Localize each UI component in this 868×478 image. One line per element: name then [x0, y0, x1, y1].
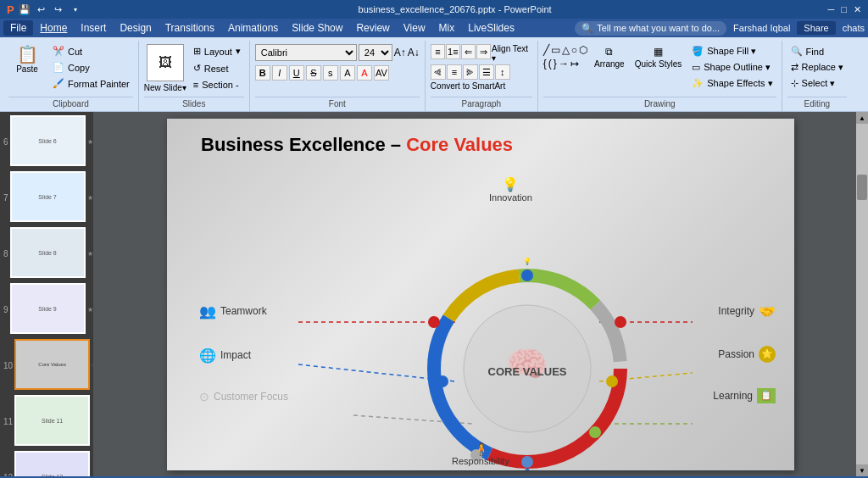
menu-animations[interactable]: Animations [221, 20, 285, 36]
justify-button[interactable]: ☰ [479, 64, 494, 80]
menu-view[interactable]: View [397, 20, 432, 36]
shape-format-col: 🪣 Shape Fill ▾ ▭ Shape Outline ▾ ✨ Shape… [688, 44, 776, 91]
cut-button[interactable]: ✂️ Cut [49, 44, 133, 58]
customize-qa-button[interactable]: ▾ [69, 3, 82, 16]
slide-thumb-11-wrapper: 11 Slide 11 [3, 395, 90, 447]
select-button[interactable]: ⊹ Select ▾ [787, 76, 847, 91]
slide-thumb-10[interactable]: Core Values [14, 339, 90, 390]
slide-thumb-9-wrapper: 9 Slide 9 ★ [3, 283, 90, 336]
menu-home[interactable]: Home [33, 20, 74, 36]
title-bar: P 💾 ↩ ↪ ▾ business_excellence_20676.pptx… [0, 0, 868, 19]
scroll-up-button[interactable]: ▲ [856, 112, 868, 124]
numbered-list-button[interactable]: 1≡ [446, 44, 460, 59]
align-right-button[interactable]: ⫸ [463, 64, 478, 80]
menu-liveslides[interactable]: LiveSlides [461, 20, 521, 36]
bold-button[interactable]: B [255, 65, 270, 81]
title-bar-left: P 💾 ↩ ↪ ▾ [7, 3, 82, 16]
ribbon-drawing-group: ╱▭△○⬡ {(}→↦ ⧉ Arrange ▦ Quick Styles 🪣 S… [538, 41, 782, 111]
label-responsibility: 🧍 Responsibility [452, 442, 509, 466]
menu-insert[interactable]: Insert [74, 20, 113, 36]
font-name-select[interactable]: Calibri [255, 44, 357, 61]
ribbon-slides-group: 🖼 New Slide ▾ ⊞ Layout▾ ↺ Reset ≡ Sectio… [139, 41, 250, 111]
strikethrough-button[interactable]: S [306, 65, 321, 81]
learning-icon: 📋 [757, 388, 776, 403]
align-left-button[interactable]: ⫷ [431, 64, 446, 80]
layout-button[interactable]: ⊞ Layout▾ [190, 44, 244, 58]
new-slide-button[interactable]: New Slide ▾ [144, 83, 186, 92]
increase-indent-button[interactable]: ⇒ [476, 44, 491, 59]
minimize-button[interactable]: ─ [828, 4, 835, 15]
font-content: Calibri 24 A↑ A↓ B I U S s A A AV [255, 41, 420, 97]
close-button[interactable]: ✕ [854, 4, 861, 15]
font-color-button[interactable]: A [357, 65, 372, 81]
find-button[interactable]: 🔍 Find [787, 44, 847, 58]
menu-bar: File Home Insert Design Transitions Anim… [3, 20, 521, 36]
maximize-button[interactable]: □ [841, 4, 847, 15]
save-button[interactable]: 💾 [18, 3, 31, 16]
char-spacing-button[interactable]: AV [374, 65, 389, 81]
fill-icon: 🪣 [692, 46, 704, 57]
window-controls: ─ □ ✕ [828, 4, 861, 15]
font-format-row: B I U S s A A AV [255, 65, 420, 81]
ribbon-clipboard-group: 📋 Paste ✂️ Cut 📄 Copy 🖌️ Format Painter … [3, 41, 139, 111]
decrease-font-button[interactable]: A↓ [408, 47, 420, 58]
label-integrity: Integrity 🤝 [718, 303, 776, 320]
increase-font-button[interactable]: A↑ [394, 47, 406, 58]
layout-icon: ⊞ [193, 46, 201, 57]
shape-outline-button[interactable]: ▭ Shape Outline ▾ [688, 60, 776, 75]
underline-button[interactable]: U [289, 65, 304, 81]
slide-thumb-7[interactable]: Slide 7 [10, 171, 86, 222]
slide-thumb-9[interactable]: Slide 9 [10, 283, 86, 334]
drawing-content: ╱▭△○⬡ {(}→↦ ⧉ Arrange ▦ Quick Styles 🪣 S… [543, 41, 776, 97]
italic-button[interactable]: I [272, 65, 287, 81]
shape-fill-button[interactable]: 🪣 Shape Fill ▾ [688, 44, 776, 58]
passion-icon: ⭐ [759, 346, 776, 363]
share-button[interactable]: Share [797, 21, 835, 35]
slide-title-accent: Core Values [406, 134, 513, 155]
slide-canvas[interactable]: Business Excellence – Core Values [167, 119, 794, 470]
arrange-button[interactable]: ⧉ Arrange [591, 44, 628, 70]
menu-design[interactable]: Design [113, 20, 158, 36]
font-size-select[interactable]: 24 [359, 44, 392, 61]
slide-num-10: 10 [3, 361, 13, 370]
align-text-button[interactable]: Align Text ▾ [492, 44, 532, 63]
dot-passion [606, 375, 618, 387]
slide-thumb-12[interactable]: Slide 12 [14, 451, 90, 476]
section-button[interactable]: ≡ Section - [190, 78, 244, 92]
bullet-list-button[interactable]: ≡ [431, 44, 445, 59]
convert-smartart-button[interactable]: Convert to SmartArt [431, 81, 532, 91]
menu-file[interactable]: File [3, 20, 33, 36]
shape-effects-button[interactable]: ✨ Shape Effects ▾ [688, 76, 776, 91]
label-teamwork: 👥 Teamwork [199, 303, 267, 320]
menu-mix[interactable]: Mix [432, 20, 462, 36]
reset-button[interactable]: ↺ Reset [190, 61, 244, 75]
shadow-button[interactable]: s [323, 65, 338, 81]
menu-slideshow[interactable]: Slide Show [285, 20, 349, 36]
ribbon: 📋 Paste ✂️ Cut 📄 Copy 🖌️ Format Painter … [0, 37, 868, 112]
scroll-down-button[interactable]: ▼ [856, 464, 868, 476]
undo-button[interactable]: ↩ [35, 3, 48, 16]
replace-button[interactable]: ⇄ Replace ▾ [787, 60, 847, 75]
tell-me-label: Tell me what you want to do... [597, 23, 720, 33]
redo-button[interactable]: ↪ [52, 3, 65, 16]
format-painter-button[interactable]: 🖌️ Format Painter [49, 76, 133, 91]
app-icon: P [7, 3, 14, 16]
clear-format-button[interactable]: A [340, 65, 355, 81]
quick-styles-button[interactable]: ▦ Quick Styles [632, 44, 686, 70]
slide-thumb-11[interactable]: Slide 11 [14, 395, 90, 446]
line-spacing-button[interactable]: ↕ [495, 64, 510, 80]
slide-thumb-8[interactable]: Slide 8 [10, 227, 86, 278]
decrease-indent-button[interactable]: ⇐ [461, 44, 476, 59]
menu-review[interactable]: Review [349, 20, 396, 36]
align-center-button[interactable]: ≡ [447, 64, 462, 80]
chats-button[interactable]: chats [843, 23, 865, 33]
shapes-row1: ╱▭△○⬡ [543, 44, 587, 56]
label-customer-focus: ⊙ Customer Focus [199, 390, 288, 403]
tell-me-input[interactable]: 🔍 Tell me what you want to do... [575, 21, 726, 36]
slides-col: ⊞ Layout▾ ↺ Reset ≡ Section - [190, 44, 244, 92]
copy-button[interactable]: 📄 Copy [49, 60, 133, 75]
menu-transitions[interactable]: Transitions [159, 20, 221, 36]
scroll-thumb[interactable] [857, 175, 867, 200]
paste-button[interactable]: 📋 Paste [8, 44, 46, 75]
slide-thumb-6[interactable]: Slide 6 [10, 115, 86, 166]
